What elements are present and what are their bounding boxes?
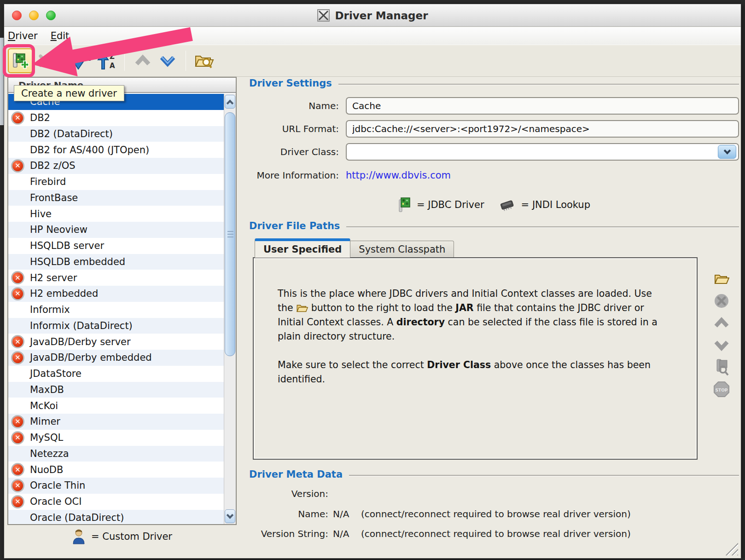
- driver-row-mysql[interactable]: ✕MySQL: [8, 430, 224, 446]
- chevron-down-blue-icon: [158, 54, 177, 68]
- driver-name-label: MaxDB: [30, 384, 64, 395]
- help-text: button to the right to load the: [308, 302, 455, 313]
- svg-text:A: A: [110, 62, 115, 70]
- driver-error-icon: ✕: [11, 495, 24, 508]
- titlebar[interactable]: Driver Manager: [4, 4, 741, 27]
- driver-row-frontbase[interactable]: FrontBase: [8, 190, 224, 206]
- driver-name-label: Hive: [30, 208, 52, 219]
- name-input[interactable]: [346, 97, 739, 115]
- tab-system-classpath[interactable]: System Classpath: [350, 241, 454, 258]
- scrollbar-grip: [227, 231, 233, 237]
- meta-label-version-string-: Version String:: [249, 528, 328, 539]
- driver-name-label: Oracle (DataDirect): [30, 512, 124, 523]
- sort-descending-button[interactable]: Z: [69, 48, 94, 73]
- driver-row-nuodb[interactable]: ✕NuoDB: [8, 462, 224, 478]
- driver-row-mimer[interactable]: ✕Mimer: [8, 414, 224, 430]
- driver-row-mckoi[interactable]: McKoi: [8, 398, 224, 414]
- window-resize-grip[interactable]: [724, 542, 738, 555]
- driver-list-scrollbar[interactable]: [224, 94, 236, 524]
- driver-row-javadb-derby-server[interactable]: ✕JavaDB/Derby server: [8, 334, 224, 350]
- sort-asc-icon: Z A: [95, 51, 117, 71]
- x11-window-icon: [317, 9, 330, 22]
- driver-row-jdatastore[interactable]: JDataStore: [8, 366, 224, 382]
- move-down-button[interactable]: [155, 48, 180, 73]
- driver-meta-data-section: Driver Meta Data: [249, 469, 739, 480]
- driver-error-icon: ✕: [11, 431, 24, 445]
- driver-row-db2-z-os[interactable]: ✕DB2 z/OS: [8, 158, 224, 174]
- scroll-up-button[interactable]: [225, 95, 235, 109]
- menubar: DriverEdit: [4, 27, 741, 45]
- driver-row-h2-embedded[interactable]: ✕H2 embedded: [8, 286, 224, 302]
- driver-name-label: Mimer: [30, 416, 60, 427]
- meta-label-name-: Name:: [249, 508, 328, 520]
- driver-row-db2-datadirect-[interactable]: DB2 (DataDirect): [8, 126, 224, 142]
- title-wrap: Driver Manager: [4, 4, 741, 27]
- meta-value: N/A: [333, 528, 349, 539]
- jdbc-legend-text: = JDBC Driver: [417, 199, 484, 210]
- driver-row-informix-datadirect-[interactable]: Informix (DataDirect): [8, 318, 224, 334]
- move-path-down-button[interactable]: [713, 336, 730, 354]
- scrollbar-thumb[interactable]: [225, 112, 235, 356]
- driver-row-hsqldb-embedded[interactable]: HSQLDB embedded: [8, 254, 224, 270]
- driver-settings-section: Driver Settings: [249, 78, 739, 89]
- driver-list: Cache✕DB2DB2 (DataDirect)DB2 for AS/400 …: [8, 94, 224, 524]
- driver-class-input[interactable]: [346, 143, 739, 161]
- driver-row-oracle-datadirect-[interactable]: Oracle (DataDirect): [8, 510, 224, 525]
- sort-ascending-button[interactable]: Z A: [94, 48, 119, 73]
- driver-row-db2-for-as-400-jtopen-[interactable]: DB2 for AS/400 (JTOpen): [8, 142, 224, 158]
- driver-type-legend: = JDBC Driver = JNDI Lookup: [249, 196, 739, 213]
- driver-row-javadb-derby-embedded[interactable]: ✕JavaDB/Derby embedded: [8, 350, 224, 366]
- help-paragraph-2: Make sure to select the correct Driver C…: [278, 358, 670, 387]
- delete-driver-button[interactable]: [33, 48, 58, 73]
- driver-error-icon: ✕: [11, 271, 24, 284]
- driver-error-icon: ✕: [11, 463, 24, 476]
- meta-note: (connect/reconnect required to browse re…: [361, 508, 631, 520]
- driver-name-label: NuoDB: [30, 464, 63, 475]
- open-folder-icon: [296, 303, 308, 313]
- chevron-up-gray-icon: [134, 54, 152, 68]
- driver-row-db2[interactable]: ✕DB2: [8, 110, 224, 126]
- driver-name-label: H2 embedded: [30, 288, 98, 299]
- toolbar: Z Z A: [4, 45, 741, 77]
- chevron-down-icon: [227, 511, 234, 519]
- scroll-down-button[interactable]: [225, 509, 235, 523]
- driver-row-oracle-oci[interactable]: ✕Oracle OCI: [8, 494, 224, 510]
- find-driver-files-button[interactable]: [192, 48, 216, 73]
- move-up-button[interactable]: [130, 48, 155, 73]
- menu-edit[interactable]: Edit: [51, 30, 70, 41]
- open-file-button[interactable]: [713, 270, 730, 288]
- find-driver-class-button[interactable]: [713, 358, 730, 376]
- driver-list-panel: Driver Name Cache✕DB2DB2 (DataDirect)DB2…: [7, 77, 237, 525]
- driver-error-icon: ✕: [11, 287, 24, 300]
- stop-scan-button[interactable]: STOP: [713, 381, 730, 398]
- window-title: Driver Manager: [335, 10, 428, 22]
- driver-row-hive[interactable]: Hive: [8, 206, 224, 222]
- tab-user-specified[interactable]: User Specified: [255, 238, 350, 258]
- sort-desc-icon: Z: [70, 51, 93, 71]
- driver-row-firebird[interactable]: Firebird: [8, 174, 224, 190]
- meta-note: (connect/reconnect required to browse re…: [361, 528, 631, 539]
- driver-class-dropdown-button[interactable]: [718, 145, 736, 159]
- driver-row-hp-neoview[interactable]: HP Neoview: [8, 222, 224, 238]
- chevron-up-icon: [227, 99, 234, 107]
- menu-driver[interactable]: Driver: [8, 30, 38, 41]
- driver-name-label: McKoi: [30, 400, 58, 411]
- toolbar-separator: [124, 51, 125, 71]
- move-path-up-button[interactable]: [713, 314, 730, 332]
- driver-row-oracle-thin[interactable]: ✕Oracle Thin: [8, 478, 224, 494]
- url-format-input[interactable]: [346, 120, 739, 138]
- driver-row-netezza[interactable]: Netezza: [8, 446, 224, 462]
- driver-row-hsqldb-server[interactable]: HSQLDB server: [8, 238, 224, 254]
- dbvis-link[interactable]: http://www.dbvis.com: [346, 170, 451, 181]
- driver-row-h2-server[interactable]: ✕H2 server: [8, 270, 224, 286]
- driver-error-icon: ✕: [11, 159, 24, 173]
- driver-name-label: Informix: [30, 304, 70, 315]
- driver-row-informix[interactable]: Informix: [8, 302, 224, 318]
- driver-name-label: Netezza: [30, 448, 69, 459]
- driver-name-label: Informix (DataDirect): [30, 320, 133, 331]
- driver-name-label: JDataStore: [30, 368, 81, 379]
- driver-row-maxdb[interactable]: MaxDB: [8, 382, 224, 398]
- svg-text:Z: Z: [110, 52, 115, 61]
- driver-file-paths-section: Driver File Paths: [249, 220, 739, 231]
- remove-path-button[interactable]: [713, 292, 730, 310]
